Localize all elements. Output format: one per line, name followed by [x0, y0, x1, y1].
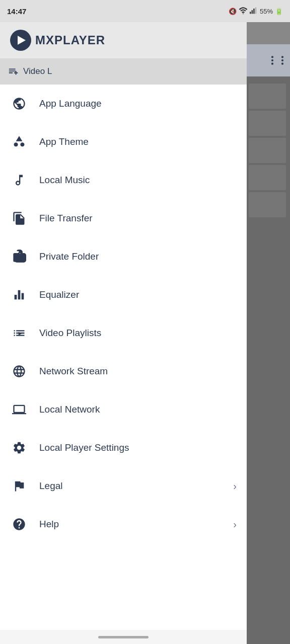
private-folder-icon [10, 248, 28, 266]
status-bar: 14:47 🔇 55% 🔋 [0, 0, 290, 22]
svg-point-6 [271, 59, 273, 61]
menu-label-video-playlists: Video Playlists [39, 328, 237, 339]
menu-label-network-stream: Network Stream [39, 366, 237, 377]
navigation-drawer: MXPLAYER Video L App Language [0, 22, 247, 644]
help-chevron-icon: › [233, 519, 237, 530]
battery-icon: 🔋 [275, 8, 283, 15]
menu-item-private-folder[interactable]: Private Folder [0, 237, 247, 276]
menu-label-app-language: App Language [39, 98, 237, 109]
svg-point-0 [243, 13, 244, 14]
svg-point-10 [281, 63, 283, 65]
signal-icon [250, 7, 258, 16]
bottom-pill [98, 636, 149, 638]
menu-label-local-player-settings: Local Player Settings [39, 442, 237, 453]
mute-icon: 🔇 [229, 8, 237, 15]
menu-item-local-player-settings[interactable]: Local Player Settings [0, 429, 247, 467]
menu-label-local-music: Local Music [39, 175, 237, 186]
svg-point-7 [271, 63, 273, 65]
status-icons: 🔇 55% 🔋 [229, 7, 283, 16]
drawer-header: MXPLAYER [0, 22, 247, 58]
video-link-row[interactable]: Video L [0, 58, 247, 85]
local-network-icon [10, 400, 28, 419]
bottom-indicator [0, 630, 247, 644]
menu-item-app-theme[interactable]: App Theme [0, 123, 247, 161]
right-peek-topbar [245, 44, 290, 76]
logo-text: MXPLAYER [35, 33, 105, 47]
menu-list: App Language App Theme Local Music [0, 85, 247, 630]
playlist-add-icon [8, 66, 19, 77]
equalizer-icon [10, 286, 28, 304]
menu-item-legal[interactable]: Legal › [0, 467, 247, 505]
menu-label-legal: Legal [39, 480, 222, 492]
menu-label-file-transfer: File Transfer [39, 213, 237, 224]
menu-item-network-stream[interactable]: Network Stream [0, 352, 247, 390]
network-stream-icon [10, 362, 28, 380]
settings-icon [10, 439, 28, 457]
legal-chevron-icon: › [233, 480, 237, 492]
svg-point-5 [271, 56, 273, 58]
right-peek-panel [245, 44, 290, 644]
menu-item-file-transfer[interactable]: File Transfer [0, 199, 247, 237]
wifi-icon [239, 7, 248, 16]
menu-item-help[interactable]: Help › [0, 505, 247, 543]
video-playlists-icon [10, 324, 28, 342]
right-peek-content [245, 76, 290, 644]
menu-item-equalizer[interactable]: Equalizer [0, 276, 247, 314]
menu-label-equalizer: Equalizer [39, 289, 237, 300]
theme-icon [10, 133, 28, 151]
svg-rect-2 [252, 10, 253, 14]
menu-item-local-network[interactable]: Local Network [0, 390, 247, 429]
menu-label-app-theme: App Theme [39, 136, 237, 147]
music-icon [10, 171, 28, 189]
battery-label: 55% [260, 8, 273, 15]
svg-rect-1 [250, 12, 251, 14]
play-triangle-icon [18, 36, 26, 45]
logo-play-button [10, 30, 31, 51]
menu-item-local-music[interactable]: Local Music [0, 161, 247, 199]
menu-item-video-playlists[interactable]: Video Playlists [0, 314, 247, 352]
video-link-label: Video L [23, 66, 52, 76]
svg-rect-4 [255, 7, 256, 14]
legal-icon [10, 477, 28, 495]
menu-item-app-language[interactable]: App Language [0, 85, 247, 123]
svg-point-8 [281, 56, 283, 58]
status-time: 14:47 [7, 7, 26, 16]
menu-label-local-network: Local Network [39, 404, 237, 415]
logo: MXPLAYER [10, 30, 105, 51]
file-transfer-icon [10, 209, 28, 227]
svg-rect-3 [253, 9, 254, 14]
svg-point-9 [281, 59, 283, 61]
menu-label-private-folder: Private Folder [39, 251, 237, 262]
help-icon [10, 515, 28, 533]
menu-label-help: Help [39, 519, 222, 530]
language-icon [10, 95, 28, 113]
